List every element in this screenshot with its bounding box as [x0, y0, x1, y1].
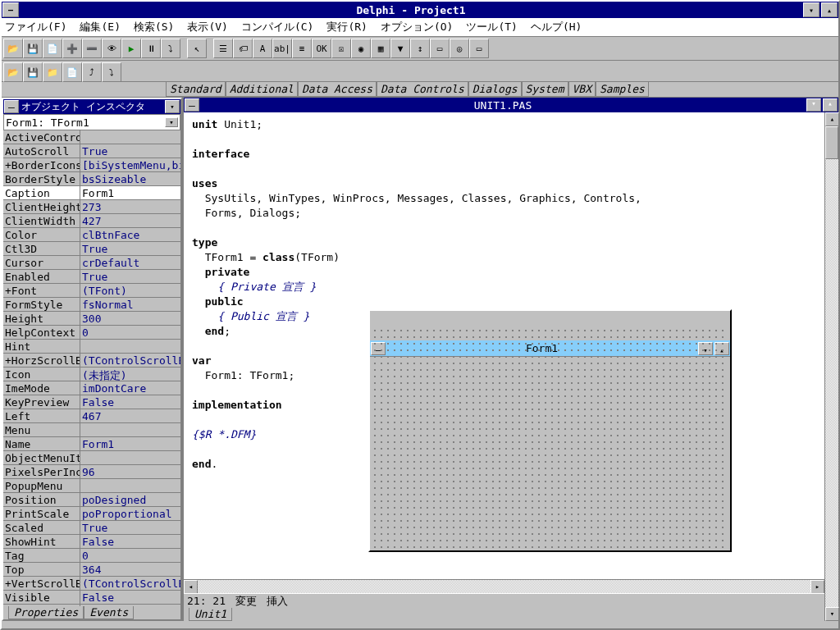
prop-row[interactable]: FormStylefsNormal: [3, 298, 180, 312]
scroll-up-icon[interactable]: ▴: [825, 112, 839, 126]
prop-row[interactable]: +HorzScrollBar(TControlScrollBar: [3, 354, 180, 368]
prop-row[interactable]: Left467: [3, 409, 180, 423]
prop-row[interactable]: KeyPreviewFalse: [3, 395, 180, 409]
prop-row[interactable]: VisibleFalse: [3, 591, 180, 605]
prop-row[interactable]: AutoScrollTrue: [3, 144, 180, 158]
tab-events[interactable]: Events: [84, 606, 134, 619]
prop-value[interactable]: False: [80, 591, 180, 604]
editor-vscroll[interactable]: ▴ ▾: [824, 112, 838, 621]
tab-additional[interactable]: Additional: [226, 82, 298, 97]
prop-row[interactable]: ActiveControl: [3, 130, 180, 144]
prop-row[interactable]: Hint: [3, 340, 180, 354]
prop-value[interactable]: fsNormal: [80, 298, 180, 311]
comp-combo[interactable]: ▼: [390, 39, 410, 58]
prop-row[interactable]: Tag0: [3, 549, 180, 563]
prop-row[interactable]: ScaledTrue: [3, 521, 180, 535]
comp-memo[interactable]: ≡: [292, 39, 312, 58]
prop-row[interactable]: Icon(未指定): [3, 368, 180, 381]
prop-value[interactable]: 300: [80, 312, 180, 325]
prop-row[interactable]: PositionpoDesigned: [3, 493, 180, 507]
prop-value[interactable]: True: [80, 144, 180, 158]
menu-view[interactable]: 表示(V): [187, 20, 227, 34]
code-text[interactable]: unit Unit1; interface uses SysUtils, Win…: [184, 112, 824, 579]
scroll-right-icon[interactable]: ▸: [810, 580, 824, 594]
prop-value[interactable]: (TFont): [80, 284, 180, 297]
speedbar-1[interactable]: 📂: [3, 62, 23, 82]
prop-value[interactable]: poDesigned: [80, 493, 180, 506]
prop-value[interactable]: 96: [80, 465, 180, 478]
menu-edit[interactable]: 編集(E): [80, 20, 120, 34]
menu-help[interactable]: ヘルプ(H): [531, 20, 582, 34]
tab-dialogs[interactable]: Dialogs: [468, 82, 522, 97]
inspector-combo[interactable]: Form1: TForm1 ▾: [3, 114, 180, 130]
editor-min-button[interactable]: ▾: [806, 98, 821, 112]
prop-value[interactable]: [80, 451, 180, 464]
comp-group[interactable]: ▭: [430, 39, 450, 58]
tab-properties[interactable]: Properties: [8, 606, 84, 619]
open-button[interactable]: 📂: [3, 39, 23, 58]
prop-value[interactable]: (TControlScrollBar: [80, 354, 180, 367]
prop-row[interactable]: ClientHeight273: [3, 200, 180, 214]
pause-button[interactable]: ⏸: [141, 39, 161, 58]
prop-row[interactable]: PrintScalepoProportional: [3, 507, 180, 521]
prop-row[interactable]: CursorcrDefault: [3, 256, 180, 270]
prop-value[interactable]: [80, 130, 180, 144]
maximize-button[interactable]: ▴: [821, 2, 838, 17]
editor-tab-unit1[interactable]: Unit1: [189, 608, 232, 621]
prop-value[interactable]: 0: [80, 549, 180, 562]
speedbar-6[interactable]: ⤵: [102, 62, 121, 82]
menu-file[interactable]: ファイル(F): [5, 20, 66, 34]
prop-row[interactable]: Menu: [3, 423, 180, 437]
minimize-button[interactable]: ▾: [803, 2, 819, 17]
prop-row[interactable]: ColorclBtnFace: [3, 228, 180, 242]
prop-value[interactable]: Form1: [80, 186, 180, 199]
prop-row[interactable]: CaptionForm1: [3, 186, 180, 200]
prop-value[interactable]: poProportional: [80, 507, 180, 520]
prop-row[interactable]: PixelsPerInch96: [3, 465, 180, 479]
speedbar-3[interactable]: 📁: [43, 62, 62, 82]
prop-value[interactable]: 273: [80, 200, 180, 213]
prop-value[interactable]: crDefault: [80, 256, 180, 269]
menu-options[interactable]: オプション(O): [381, 20, 453, 34]
scroll-thumb[interactable]: [825, 126, 838, 159]
prop-value[interactable]: True: [80, 270, 180, 283]
prop-value[interactable]: False: [80, 395, 180, 409]
prop-row[interactable]: ImeModeimDontCare: [3, 381, 180, 395]
menu-tools[interactable]: ツール(T): [466, 20, 517, 34]
speedbar-5[interactable]: ⤴: [82, 62, 102, 82]
prop-row[interactable]: PopupMenu: [3, 479, 180, 493]
prop-value[interactable]: [biSystemMenu,biMin: [80, 158, 180, 171]
comp-radio[interactable]: ◉: [351, 39, 371, 58]
prop-row[interactable]: ObjectMenuItem: [3, 451, 180, 465]
prop-value[interactable]: 0: [80, 326, 180, 339]
comp-scroll[interactable]: ↕: [410, 39, 430, 58]
tab-data-access[interactable]: Data Access: [298, 82, 377, 97]
speedbar-2[interactable]: 💾: [23, 62, 43, 82]
prop-value[interactable]: (未指定): [80, 368, 180, 381]
menu-run[interactable]: 実行(R): [326, 20, 367, 34]
prop-row[interactable]: NameForm1: [3, 437, 180, 451]
prop-value[interactable]: Form1: [80, 437, 180, 450]
run-button[interactable]: ▶: [121, 39, 141, 58]
combo-arrow-icon[interactable]: ▾: [165, 117, 178, 127]
prop-row[interactable]: ClientWidth427: [3, 214, 180, 228]
comp-menu[interactable]: ☰: [213, 39, 233, 58]
prop-row[interactable]: BorderStylebsSizeable: [3, 172, 180, 186]
prop-value[interactable]: True: [80, 521, 180, 534]
prop-value[interactable]: clBtnFace: [80, 228, 180, 241]
prop-value[interactable]: True: [80, 242, 180, 255]
remove-button[interactable]: ➖: [82, 39, 102, 58]
comp-button[interactable]: OK: [312, 39, 331, 58]
scroll-down-icon[interactable]: ▾: [825, 607, 839, 621]
editor-sysmenu-icon[interactable]: —: [185, 98, 199, 112]
view-button[interactable]: 👁: [102, 39, 121, 58]
editor-max-button[interactable]: ▴: [823, 98, 838, 112]
tab-data-controls[interactable]: Data Controls: [377, 82, 468, 97]
prop-row[interactable]: Top364: [3, 563, 180, 577]
prop-value[interactable]: 364: [80, 563, 180, 576]
prop-value[interactable]: bsSizeable: [80, 172, 180, 185]
pointer-button[interactable]: ↖: [187, 39, 207, 58]
editor-hscroll[interactable]: ◂ ▸: [184, 579, 824, 593]
prop-value[interactable]: 467: [80, 409, 180, 422]
prop-row[interactable]: HelpContext0: [3, 326, 180, 340]
